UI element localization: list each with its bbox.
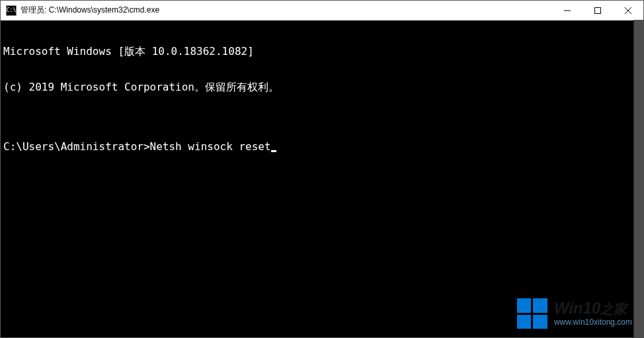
watermark-url: www.win10xitong.com <box>554 317 632 327</box>
terminal-area[interactable]: Microsoft Windows [版本 10.0.18362.1082] (… <box>1 21 643 337</box>
watermark-title: Win10之家 <box>554 300 632 316</box>
minimize-button[interactable] <box>552 1 583 20</box>
windows-logo-icon <box>517 298 547 329</box>
prompt-text: C:\Users\Administrator> <box>3 140 150 153</box>
titlebar[interactable]: C:\ 管理员: C:\Windows\system32\cmd.exe <box>1 1 643 21</box>
svg-rect-1 <box>595 7 601 13</box>
window-controls <box>552 1 643 20</box>
cursor-icon <box>271 150 276 152</box>
close-button[interactable] <box>613 1 643 20</box>
command-text: Netsh winsock reset <box>150 140 271 153</box>
vertical-scrollbar[interactable] <box>633 20 644 338</box>
terminal-prompt-line: C:\Users\Administrator>Netsh winsock res… <box>3 141 641 153</box>
watermark-text: Win10之家 www.win10xitong.com <box>554 300 632 327</box>
watermark: Win10之家 www.win10xitong.com <box>510 294 639 333</box>
window-title: 管理员: C:\Windows\system32\cmd.exe <box>20 5 552 16</box>
cmd-icon: C:\ <box>6 5 17 16</box>
terminal-output-line: Microsoft Windows [版本 10.0.18362.1082] <box>3 46 641 58</box>
cmd-window: C:\ 管理员: C:\Windows\system32\cmd.exe Mic… <box>0 0 644 338</box>
maximize-button[interactable] <box>583 1 613 20</box>
terminal-output-line: (c) 2019 Microsoft Corporation。保留所有权利。 <box>3 81 641 93</box>
scrollbar-thumb[interactable] <box>634 20 644 338</box>
